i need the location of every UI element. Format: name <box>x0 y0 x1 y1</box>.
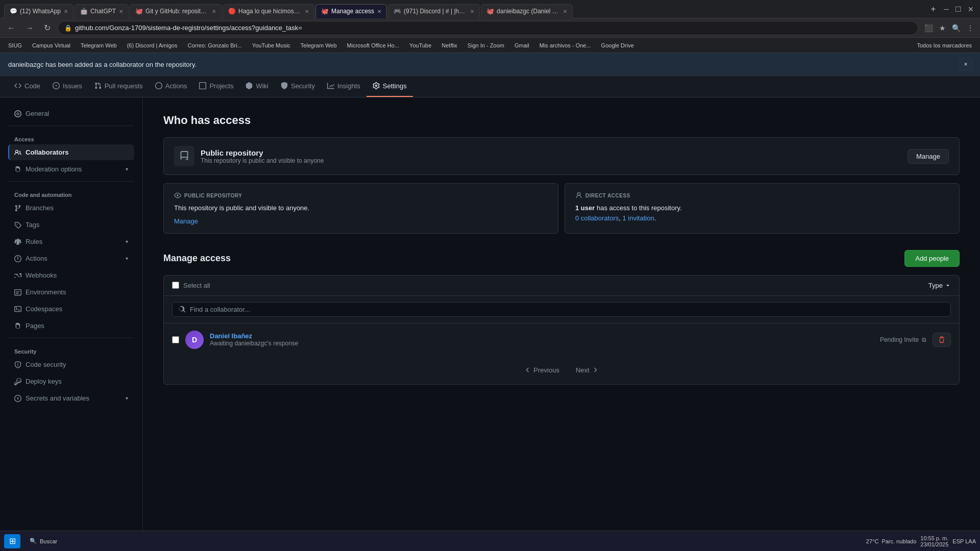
banner-close-button[interactable]: × <box>960 58 972 70</box>
tab-chatgpt[interactable]: 🤖ChatGPT✕ <box>75 4 129 18</box>
sidebar-item-tags[interactable]: Tags <box>8 217 134 233</box>
tab-close-icon[interactable]: ✕ <box>119 9 123 14</box>
sidebar-item-moderation[interactable]: Moderation options ▾ <box>8 161 134 177</box>
close-button[interactable]: ✕ <box>966 5 976 13</box>
sidebar-item-pages[interactable]: Pages <box>8 318 134 334</box>
forward-button[interactable]: → <box>22 21 37 35</box>
repo-nav-insights[interactable]: Insights <box>321 76 366 97</box>
tab-label: Git y GitHub: repositorio, com... <box>145 8 209 15</box>
sidebar-item-branches[interactable]: Branches <box>8 200 134 216</box>
extensions-icon[interactable]: ⬛ <box>922 22 935 34</box>
key-icon <box>14 378 21 385</box>
minimize-button[interactable]: ─ <box>942 5 951 13</box>
sidebar-item-environments[interactable]: Environments <box>8 284 134 300</box>
bookmark-item[interactable]: YouTube Music <box>248 41 295 49</box>
tab-close-icon[interactable]: ✕ <box>563 9 567 14</box>
bookmark-item[interactable]: Google Drive <box>597 41 638 49</box>
invitation-link[interactable]: 1 invitation <box>623 214 654 222</box>
sidebar-item-rules[interactable]: Rules ▾ <box>8 234 134 249</box>
back-button[interactable]: ← <box>4 21 18 35</box>
bookmark-icon[interactable]: ★ <box>937 22 948 34</box>
repo-nav-actions[interactable]: Actions <box>149 76 193 97</box>
tab-github-profile[interactable]: 🐙danieibazgc (Daniel Ibañez)✕ <box>481 4 573 18</box>
tab-discord[interactable]: 🎮(971) Discord | # | |hello-one...✕ <box>388 4 480 18</box>
repo-nav-code[interactable]: Code <box>8 76 46 97</box>
repo-nav-issues[interactable]: Issues <box>46 76 88 97</box>
tab-favicon: 🐙 <box>321 8 328 15</box>
moderation-chevron-icon: ▾ <box>126 166 128 172</box>
bookmark-item[interactable]: Gmail <box>510 41 533 49</box>
bookmark-item[interactable]: Netflix <box>437 41 461 49</box>
add-people-button[interactable]: Add people <box>904 250 960 267</box>
bookmark-item[interactable]: Mis archivos - One... <box>535 41 595 49</box>
tab-whatsapp[interactable]: 💬(12) WhatsApp✕ <box>4 4 74 18</box>
manage-access-header: Manage access Add people <box>163 250 960 267</box>
sidebar-code-section: Code and automation <box>8 186 134 200</box>
sidebar-item-general[interactable]: General <box>8 106 134 121</box>
sidebar-item-secrets[interactable]: Secrets and variables ▾ <box>8 390 134 406</box>
sidebar-general-label: General <box>26 110 49 117</box>
tab-manage-access[interactable]: 🐙Manage access✕ <box>315 4 387 18</box>
sidebar-item-codespaces[interactable]: Codespaces <box>8 301 134 317</box>
taskbar-search[interactable]: 🔍 Buscar <box>24 534 62 548</box>
collaborator-name[interactable]: Daniel Ibañez <box>210 332 874 340</box>
tab-haga-lo[interactable]: 🔴Haga lo que hicimos en el Aula...✕ <box>223 4 314 18</box>
type-filter[interactable]: Type <box>928 282 951 289</box>
select-all-label[interactable]: Select all <box>172 282 210 289</box>
copy-icon[interactable]: ⧉ <box>922 336 926 343</box>
bookmark-item[interactable]: Microsoft Office Ho... <box>343 41 404 49</box>
bookmark-item[interactable]: Campus Virtual <box>28 41 75 49</box>
bookmark-item[interactable]: Sign In - Zoom <box>463 41 508 49</box>
tab-close-icon[interactable]: ✕ <box>305 9 309 14</box>
previous-page-button[interactable]: Previous <box>520 364 564 376</box>
new-tab-button[interactable]: + <box>927 5 940 14</box>
public-repo-stat-text: This repository is public and visible to… <box>174 203 548 213</box>
content-area: Who has access Public repository This re… <box>143 97 980 550</box>
secrets-icon <box>14 395 21 402</box>
select-all-checkbox[interactable] <box>172 282 179 289</box>
bookmark-item[interactable]: Telegram Web <box>77 41 121 49</box>
code-nav-icon <box>14 82 21 89</box>
tab-close-icon[interactable]: ✕ <box>377 9 381 14</box>
sidebar-item-code-security[interactable]: Code security <box>8 357 134 372</box>
tab-close-icon[interactable]: ✕ <box>64 9 68 14</box>
reload-button[interactable]: ↻ <box>41 21 54 35</box>
person-icon <box>575 192 582 199</box>
address-bar[interactable]: 🔒 github.com/Gonza-1709/sistema-de-regis… <box>58 21 918 35</box>
repo-nav-projects[interactable]: Projects <box>193 76 239 97</box>
bookmarks-more[interactable]: Todos los marcadores <box>913 41 976 49</box>
bookmark-item[interactable]: Correo: Gonzalo Bri... <box>183 41 246 49</box>
collaborator-checkbox[interactable] <box>172 336 179 343</box>
zoom-icon[interactable]: 🔍 <box>950 22 963 34</box>
bookmark-item[interactable]: Telegram Web <box>297 41 341 49</box>
tab-close-icon[interactable]: ✕ <box>212 9 216 14</box>
repo-nav-security[interactable]: Security <box>275 76 321 97</box>
repo-nav-settings[interactable]: Settings <box>366 76 413 97</box>
repo-nav-pull-requests[interactable]: Pull requests <box>88 76 149 97</box>
sidebar: General Access Collaborators Moderation … <box>0 97 143 550</box>
sidebar-item-collaborators[interactable]: Collaborators <box>8 144 134 160</box>
sidebar-item-actions[interactable]: Actions ▾ <box>8 251 134 266</box>
security-nav-icon <box>281 82 288 89</box>
maximize-button[interactable]: ☐ <box>953 5 964 13</box>
bookmark-item[interactable]: SIUG <box>4 41 26 49</box>
repo-nav-wiki[interactable]: Wiki <box>239 76 275 97</box>
projects-nav-icon <box>199 82 206 89</box>
manage-button[interactable]: Manage <box>908 149 949 164</box>
tab-close-icon[interactable]: ✕ <box>470 9 474 14</box>
repo-nav-label: Issues <box>63 82 82 90</box>
sidebar-item-deploy-keys[interactable]: Deploy keys <box>8 373 134 389</box>
next-page-button[interactable]: Next <box>572 364 603 376</box>
pr-nav-icon <box>94 82 102 89</box>
sidebar-item-webhooks[interactable]: Webhooks <box>8 267 134 283</box>
search-input[interactable] <box>190 306 944 313</box>
public-repo-manage-link[interactable]: Manage <box>174 217 548 225</box>
delete-collaborator-button[interactable] <box>933 333 951 347</box>
collaborators-link[interactable]: 0 collaborators <box>575 214 619 222</box>
bookmark-item[interactable]: (6) Discord | Amigos <box>123 41 182 49</box>
tab-github-repo[interactable]: 🐙Git y GitHub: repositorio, com...✕ <box>130 4 222 18</box>
bookmark-item[interactable]: YouTube <box>405 41 435 49</box>
clock: 10:55 p. m. 23/01/2025 <box>920 535 948 547</box>
start-button[interactable]: ⊞ <box>4 534 20 548</box>
settings-icon[interactable]: ⋮ <box>965 22 976 34</box>
